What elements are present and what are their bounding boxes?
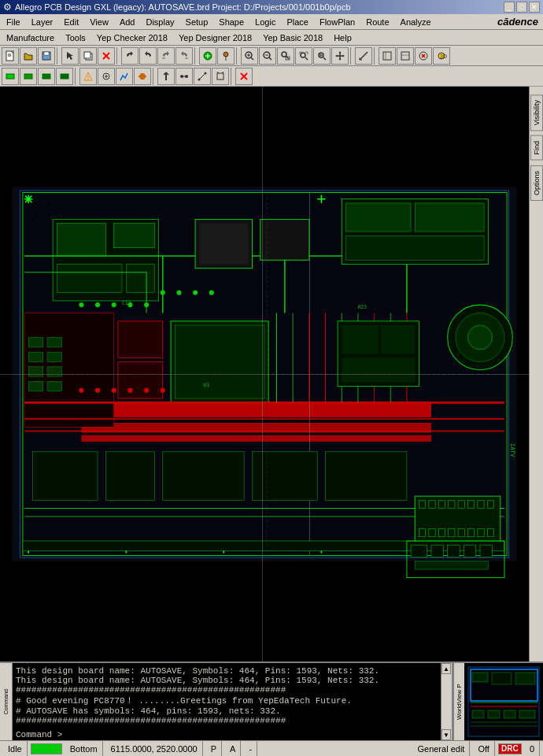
console-line-5: # AUTOSAVE has symbols: 464, pins: 1593,… — [16, 706, 438, 716]
redo2-button[interactable] — [175, 47, 193, 65]
pcb-canvas[interactable]: U1 C12 R23 IATV — [0, 87, 529, 662]
status-bar: Idle Bottom 6115.0000, 2520.0000 P A - G… — [0, 740, 543, 756]
menu-yep-designer[interactable]: Yep Designer 2018 — [174, 32, 257, 44]
tb2-5[interactable] — [79, 68, 97, 85]
minimize-button[interactable]: _ — [504, 2, 515, 13]
status-coord-mode[interactable]: P — [206, 741, 222, 756]
cadence-logo: cādence — [497, 16, 541, 28]
tb2-12[interactable] — [212, 68, 229, 85]
delete-button[interactable] — [98, 47, 115, 65]
menu-setup[interactable]: Setup — [181, 16, 213, 28]
undo2-button[interactable] — [157, 47, 175, 65]
svg-rect-46 — [24, 74, 32, 79]
new-button[interactable] — [2, 47, 19, 65]
menu-tools[interactable]: Tools — [61, 32, 90, 44]
select-button[interactable] — [61, 47, 79, 65]
menu-analyze[interactable]: Analyze — [396, 16, 436, 28]
find-tab[interactable]: Find — [530, 135, 543, 161]
console-left: Command — [0, 663, 13, 740]
save-button[interactable] — [38, 47, 55, 65]
tb2-6[interactable] — [98, 68, 115, 85]
tb-extra-2[interactable] — [397, 47, 414, 65]
svg-point-79 — [32, 215, 34, 217]
toolbar2-sep2 — [153, 68, 156, 85]
toolbar-sep-2 — [116, 47, 120, 65]
undo-button[interactable] — [121, 47, 139, 65]
tb-extra-4[interactable]: 3D — [433, 47, 450, 65]
redo-button[interactable] — [139, 47, 157, 65]
tb-extra-3[interactable] — [415, 47, 432, 65]
tb2-7[interactable] — [116, 68, 133, 85]
tb2-8[interactable] — [134, 68, 151, 85]
console-scrollbar[interactable]: ▲ ▼ — [441, 663, 452, 740]
tb2-4[interactable] — [56, 68, 73, 85]
console-input[interactable] — [62, 728, 438, 740]
scroll-down[interactable]: ▼ — [441, 729, 451, 740]
svg-point-76 — [32, 202, 34, 204]
svg-text:R23: R23 — [358, 304, 367, 309]
menu-edit[interactable]: Edit — [59, 16, 83, 28]
menu-yep-basic[interactable]: Yep Basic 2018 — [258, 32, 327, 44]
menu-place[interactable]: Place — [282, 16, 313, 28]
svg-rect-192 — [472, 710, 484, 718]
zoom-in-button[interactable] — [241, 47, 258, 65]
svg-rect-85 — [81, 435, 431, 442]
status-drc[interactable]: DRC — [498, 743, 522, 754]
ratsnest-button[interactable] — [199, 47, 216, 65]
menu-help[interactable]: Help — [329, 32, 356, 44]
menu-yep-checker[interactable]: Yep Checker 2018 — [92, 32, 172, 44]
zoom-out-button[interactable] — [259, 47, 276, 65]
toolbar-sep-1 — [57, 47, 60, 65]
console-line-2: This design board name: AUTOSAVE, Symbol… — [16, 676, 438, 685]
toolbar-2 — [0, 66, 543, 87]
svg-line-25 — [286, 56, 289, 59]
svg-point-81 — [57, 215, 58, 217]
svg-text:3D: 3D — [440, 54, 447, 59]
tb2-11[interactable] — [194, 68, 211, 85]
copy-button[interactable] — [79, 47, 97, 65]
scroll-up[interactable]: ▲ — [441, 663, 451, 674]
svg-rect-93 — [175, 325, 264, 398]
tb2-2[interactable] — [20, 68, 37, 85]
toolbar-sep-5 — [350, 47, 353, 65]
menu-display[interactable]: Display — [141, 16, 179, 28]
visibility-tab[interactable]: Visibility — [530, 94, 543, 131]
zoom-box-button[interactable] — [277, 47, 294, 65]
zoom-fit-button[interactable] — [295, 47, 312, 65]
menu-view[interactable]: View — [85, 16, 113, 28]
maximize-button[interactable]: □ — [516, 2, 527, 13]
console-line-1: This design board name: AUTOSAVE, Symbol… — [16, 666, 438, 676]
menu-layer[interactable]: Layer — [27, 16, 58, 28]
status-unit[interactable]: A — [225, 741, 241, 756]
tb2-1[interactable] — [2, 68, 19, 85]
tb2-9[interactable] — [157, 68, 175, 85]
svg-rect-175 — [342, 358, 415, 382]
svg-rect-101 — [326, 451, 407, 500]
pin-button[interactable] — [217, 47, 235, 65]
tb2-del[interactable] — [235, 68, 253, 85]
menu-logic[interactable]: Logic — [250, 16, 280, 28]
svg-point-146 — [95, 302, 100, 307]
menu-manufacture[interactable]: Manufacture — [2, 32, 59, 44]
pan-button[interactable] — [331, 47, 349, 65]
measure-button[interactable] — [355, 47, 372, 65]
tb2-10[interactable] — [175, 68, 193, 85]
console-text: This design board name: AUTOSAVE, Symbol… — [13, 663, 441, 740]
menu-route[interactable]: Route — [361, 16, 393, 28]
options-tab[interactable]: Options — [530, 165, 543, 201]
tb-extra-1[interactable] — [379, 47, 396, 65]
zoom-prev-button[interactable] — [313, 47, 331, 65]
menu-shape[interactable]: Shape — [214, 16, 249, 28]
svg-rect-183 — [464, 545, 476, 558]
menu-add[interactable]: Add — [115, 16, 140, 28]
svg-rect-193 — [488, 710, 500, 718]
right-panel: Visibility Find Options — [529, 87, 543, 662]
svg-point-149 — [144, 302, 149, 307]
menu-bar-1: File Layer Edit View Add Display Setup S… — [0, 14, 543, 30]
svg-rect-67 — [217, 73, 223, 80]
tb2-3[interactable] — [38, 68, 55, 85]
menu-file[interactable]: File — [2, 16, 25, 28]
open-button[interactable] — [20, 47, 37, 65]
close-button[interactable]: ✕ — [529, 2, 540, 13]
menu-flowplan[interactable]: FlowPlan — [315, 16, 360, 28]
